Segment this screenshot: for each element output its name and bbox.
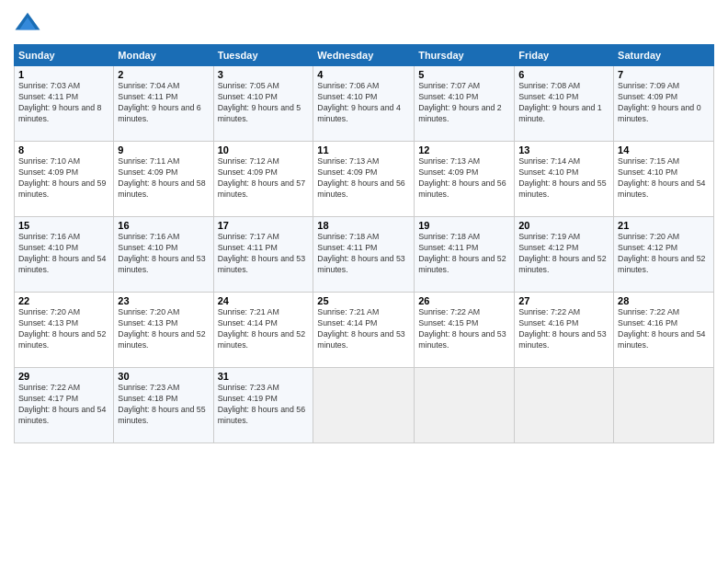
calendar-cell: [313, 368, 415, 443]
day-number: 2: [118, 69, 209, 80]
day-info: Sunrise: 7:23 AM Sunset: 4:19 PM Dayligh…: [218, 383, 310, 427]
calendar-cell: 31Sunrise: 7:23 AM Sunset: 4:19 PM Dayli…: [213, 368, 313, 443]
day-info: Sunrise: 7:16 AM Sunset: 4:10 PM Dayligh…: [18, 232, 109, 276]
day-number: 31: [218, 371, 310, 382]
calendar-week-5: 29Sunrise: 7:22 AM Sunset: 4:17 PM Dayli…: [15, 368, 714, 443]
logo: [14, 9, 45, 37]
calendar-cell: 6Sunrise: 7:08 AM Sunset: 4:10 PM Daylig…: [515, 66, 614, 142]
calendar-cell: 4Sunrise: 7:06 AM Sunset: 4:10 PM Daylig…: [313, 66, 415, 142]
calendar-cell: 16Sunrise: 7:16 AM Sunset: 4:10 PM Dayli…: [114, 217, 213, 293]
day-number: 12: [418, 144, 510, 155]
day-info: Sunrise: 7:13 AM Sunset: 4:09 PM Dayligh…: [317, 156, 410, 201]
weekday-header-thursday: Thursday: [415, 45, 515, 66]
calendar-body: 1Sunrise: 7:03 AM Sunset: 4:11 PM Daylig…: [15, 66, 714, 443]
day-info: Sunrise: 7:05 AM Sunset: 4:10 PM Dayligh…: [218, 81, 310, 125]
calendar-cell: 29Sunrise: 7:22 AM Sunset: 4:17 PM Dayli…: [15, 368, 114, 443]
day-number: 23: [118, 295, 209, 306]
day-info: Sunrise: 7:22 AM Sunset: 4:17 PM Dayligh…: [18, 383, 109, 427]
day-info: Sunrise: 7:12 AM Sunset: 4:09 PM Dayligh…: [218, 156, 310, 201]
day-info: Sunrise: 7:17 AM Sunset: 4:11 PM Dayligh…: [218, 232, 310, 276]
day-number: 30: [118, 371, 209, 382]
day-info: Sunrise: 7:19 AM Sunset: 4:12 PM Dayligh…: [518, 232, 609, 276]
calendar-week-3: 15Sunrise: 7:16 AM Sunset: 4:10 PM Dayli…: [15, 217, 714, 293]
day-number: 17: [218, 220, 310, 231]
day-number: 27: [518, 295, 609, 306]
weekday-header-saturday: Saturday: [614, 45, 714, 66]
calendar-cell: 26Sunrise: 7:22 AM Sunset: 4:15 PM Dayli…: [415, 293, 515, 368]
day-number: 21: [618, 220, 710, 231]
day-number: 18: [317, 220, 410, 231]
day-info: Sunrise: 7:23 AM Sunset: 4:18 PM Dayligh…: [118, 383, 209, 427]
day-number: 15: [18, 220, 109, 231]
header: [14, 9, 714, 37]
calendar-cell: 8Sunrise: 7:10 AM Sunset: 4:09 PM Daylig…: [15, 142, 114, 217]
weekday-header-sunday: Sunday: [15, 45, 114, 66]
calendar-cell: 15Sunrise: 7:16 AM Sunset: 4:10 PM Dayli…: [15, 217, 114, 293]
day-info: Sunrise: 7:13 AM Sunset: 4:09 PM Dayligh…: [418, 156, 510, 201]
calendar-week-1: 1Sunrise: 7:03 AM Sunset: 4:11 PM Daylig…: [15, 66, 714, 142]
calendar-cell: 30Sunrise: 7:23 AM Sunset: 4:18 PM Dayli…: [114, 368, 213, 443]
day-info: Sunrise: 7:07 AM Sunset: 4:10 PM Dayligh…: [418, 81, 510, 125]
day-number: 26: [418, 295, 510, 306]
day-info: Sunrise: 7:22 AM Sunset: 4:16 PM Dayligh…: [618, 307, 710, 351]
weekday-header-monday: Monday: [114, 45, 213, 66]
day-number: 16: [118, 220, 209, 231]
calendar-cell: 21Sunrise: 7:20 AM Sunset: 4:12 PM Dayli…: [614, 217, 714, 293]
day-number: 25: [317, 295, 410, 306]
calendar-cell: 14Sunrise: 7:15 AM Sunset: 4:10 PM Dayli…: [614, 142, 714, 217]
calendar-week-2: 8Sunrise: 7:10 AM Sunset: 4:09 PM Daylig…: [15, 142, 714, 217]
calendar-header: SundayMondayTuesdayWednesdayThursdayFrid…: [15, 45, 714, 66]
calendar-cell: 24Sunrise: 7:21 AM Sunset: 4:14 PM Dayli…: [213, 293, 313, 368]
day-number: 10: [218, 144, 310, 155]
day-info: Sunrise: 7:21 AM Sunset: 4:14 PM Dayligh…: [317, 307, 410, 351]
calendar-cell: 17Sunrise: 7:17 AM Sunset: 4:11 PM Dayli…: [213, 217, 313, 293]
day-info: Sunrise: 7:15 AM Sunset: 4:10 PM Dayligh…: [618, 156, 710, 201]
day-info: Sunrise: 7:04 AM Sunset: 4:11 PM Dayligh…: [118, 81, 209, 125]
day-number: 5: [418, 69, 510, 80]
day-info: Sunrise: 7:22 AM Sunset: 4:16 PM Dayligh…: [518, 307, 609, 351]
calendar-cell: 7Sunrise: 7:09 AM Sunset: 4:09 PM Daylig…: [614, 66, 714, 142]
day-number: 9: [118, 144, 209, 155]
calendar-cell: 23Sunrise: 7:20 AM Sunset: 4:13 PM Dayli…: [114, 293, 213, 368]
calendar-cell: 22Sunrise: 7:20 AM Sunset: 4:13 PM Dayli…: [15, 293, 114, 368]
day-number: 14: [618, 144, 710, 155]
day-number: 6: [518, 69, 609, 80]
calendar-week-4: 22Sunrise: 7:20 AM Sunset: 4:13 PM Dayli…: [15, 293, 714, 368]
day-info: Sunrise: 7:21 AM Sunset: 4:14 PM Dayligh…: [218, 307, 310, 351]
weekday-header-wednesday: Wednesday: [313, 45, 415, 66]
day-info: Sunrise: 7:20 AM Sunset: 4:13 PM Dayligh…: [18, 307, 109, 351]
day-info: Sunrise: 7:09 AM Sunset: 4:09 PM Dayligh…: [618, 81, 710, 125]
day-number: 1: [18, 69, 109, 80]
calendar-cell: 27Sunrise: 7:22 AM Sunset: 4:16 PM Dayli…: [515, 293, 614, 368]
main-container: SundayMondayTuesdayWednesdayThursdayFrid…: [0, 0, 728, 448]
day-info: Sunrise: 7:22 AM Sunset: 4:15 PM Dayligh…: [418, 307, 510, 351]
day-info: Sunrise: 7:11 AM Sunset: 4:09 PM Dayligh…: [118, 156, 209, 201]
day-number: 8: [18, 144, 109, 155]
calendar-cell: 12Sunrise: 7:13 AM Sunset: 4:09 PM Dayli…: [415, 142, 515, 217]
day-number: 22: [18, 295, 109, 306]
day-number: 19: [418, 220, 510, 231]
calendar-cell: 25Sunrise: 7:21 AM Sunset: 4:14 PM Dayli…: [313, 293, 415, 368]
weekday-header-friday: Friday: [515, 45, 614, 66]
day-info: Sunrise: 7:18 AM Sunset: 4:11 PM Dayligh…: [317, 232, 410, 276]
day-number: 24: [218, 295, 310, 306]
weekday-header-tuesday: Tuesday: [213, 45, 313, 66]
day-info: Sunrise: 7:18 AM Sunset: 4:11 PM Dayligh…: [418, 232, 510, 276]
day-info: Sunrise: 7:14 AM Sunset: 4:10 PM Dayligh…: [518, 156, 609, 201]
calendar-cell: 13Sunrise: 7:14 AM Sunset: 4:10 PM Dayli…: [515, 142, 614, 217]
calendar-cell: 9Sunrise: 7:11 AM Sunset: 4:09 PM Daylig…: [114, 142, 213, 217]
day-info: Sunrise: 7:06 AM Sunset: 4:10 PM Dayligh…: [317, 81, 410, 125]
calendar-cell: 28Sunrise: 7:22 AM Sunset: 4:16 PM Dayli…: [614, 293, 714, 368]
day-number: 13: [518, 144, 609, 155]
calendar-cell: 2Sunrise: 7:04 AM Sunset: 4:11 PM Daylig…: [114, 66, 213, 142]
calendar-cell: 18Sunrise: 7:18 AM Sunset: 4:11 PM Dayli…: [313, 217, 415, 293]
day-info: Sunrise: 7:08 AM Sunset: 4:10 PM Dayligh…: [518, 81, 609, 125]
day-info: Sunrise: 7:10 AM Sunset: 4:09 PM Dayligh…: [18, 156, 109, 201]
day-number: 3: [218, 69, 310, 80]
day-number: 4: [317, 69, 410, 80]
day-number: 20: [518, 220, 609, 231]
day-number: 29: [18, 371, 109, 382]
calendar-cell: 20Sunrise: 7:19 AM Sunset: 4:12 PM Dayli…: [515, 217, 614, 293]
day-info: Sunrise: 7:03 AM Sunset: 4:11 PM Dayligh…: [18, 81, 109, 125]
logo-icon: [14, 9, 41, 37]
